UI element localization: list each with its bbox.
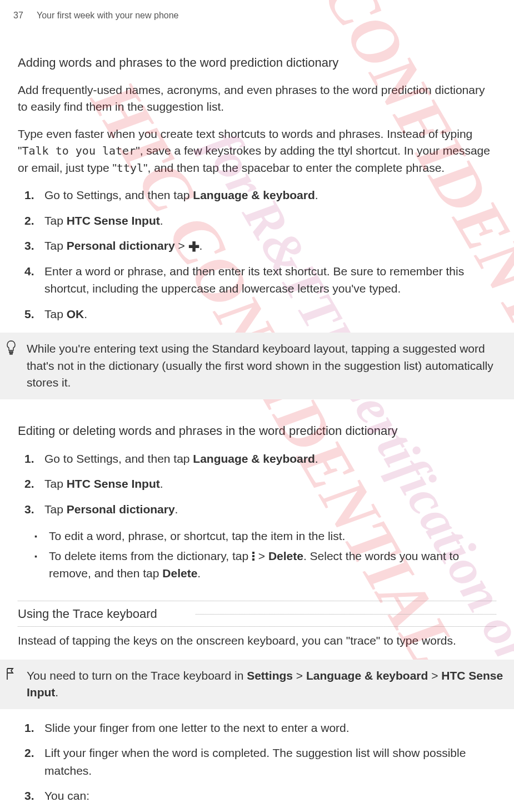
section-heading-trace-wrap: Using the Trace keyboard (18, 601, 496, 627)
svg-rect-2 (252, 558, 254, 561)
code-snippet-2: ttyl (117, 161, 143, 175)
section-heading-editing: Editing or deleting words and phrases in… (18, 422, 496, 440)
bullet-item: To delete items from the dictionary, tap… (34, 548, 496, 582)
lightbulb-icon (6, 340, 17, 360)
note-callout: You need to turn on the Trace keyboard i… (0, 660, 514, 709)
tip-callout: While you're entering text using the Sta… (0, 333, 514, 399)
section-heading-adding: Adding words and phrases to the word pre… (18, 53, 496, 72)
trace-paragraph: Instead of tapping the keys on the onscr… (18, 632, 496, 649)
step-item: Tap Personal dictionary. (18, 501, 496, 518)
plus-icon: ✚ (188, 240, 199, 254)
step-item: Go to Settings, and then tap Language & … (18, 186, 496, 204)
step-item: Lift your finger when the word is comple… (18, 744, 496, 779)
svg-rect-1 (252, 555, 254, 557)
steps-trace: Slide your finger from one letter to the… (18, 719, 496, 805)
section-heading-trace: Using the Trace keyboard (18, 607, 164, 621)
intro-paragraph-1: Add frequently-used names, acronyms, and… (18, 82, 496, 116)
step-item: Slide your finger from one letter to the… (18, 719, 496, 737)
step-item: Tap HTC Sense Input. (18, 212, 496, 230)
steps-editing: Go to Settings, and then tap Language & … (18, 450, 496, 518)
flag-icon (6, 667, 16, 686)
svg-rect-0 (252, 552, 254, 554)
page-header: 37 Your first week with your new phone (0, 0, 514, 31)
step-item: You can: (18, 787, 496, 805)
header-title: Your first week with your new phone (37, 11, 179, 20)
intro-paragraph-2: Type even faster when you create text sh… (18, 126, 496, 176)
bullet-item: To edit a word, phrase, or shortcut, tap… (34, 528, 496, 544)
step-item: Go to Settings, and then tap Language & … (18, 450, 496, 468)
step-item: Enter a word or phrase, and then enter i… (18, 263, 496, 298)
step-item: Tap OK. (18, 305, 496, 323)
code-snippet-1: Talk to you later (22, 144, 136, 157)
page-number: 37 (13, 11, 23, 20)
steps-adding: Go to Settings, and then tap Language & … (18, 186, 496, 323)
step-item: Tap Personal dictionary > ✚. (18, 237, 496, 255)
step-item: Tap HTC Sense Input. (18, 475, 496, 493)
sub-bullets-editing: To edit a word, phrase, or shortcut, tap… (34, 528, 496, 582)
